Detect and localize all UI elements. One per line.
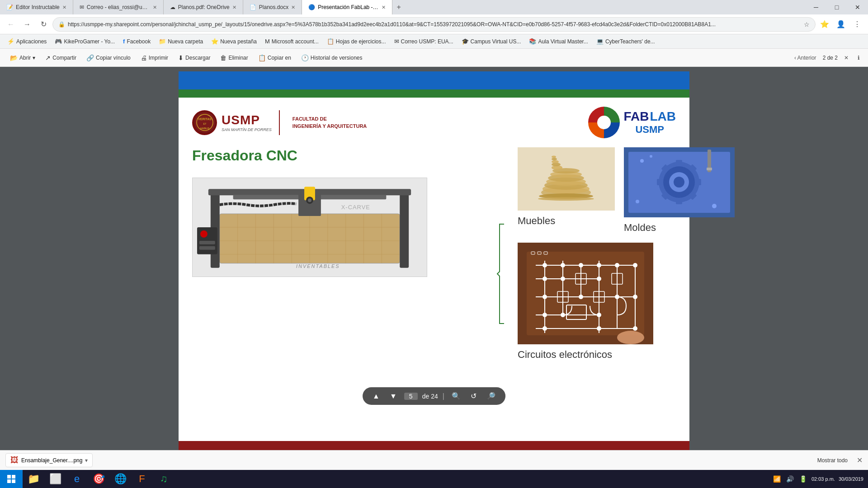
tab-title-5: Presentación FabLab - Actividad:: [318, 4, 379, 10]
svg-point-44: [552, 160, 559, 164]
delete-button[interactable]: 🗑 Eliminar: [216, 52, 252, 63]
print-button[interactable]: 🖨 Imprimir: [136, 52, 173, 63]
svg-rect-53: [676, 160, 682, 166]
tab-editor-instructable[interactable]: 📝 Editor Instructable ✕: [0, 0, 73, 14]
faculty-text-block: FACULTAD DE INGENIERÍA Y ARQUITECTURA: [292, 115, 367, 130]
file-explorer-icon: 📁: [28, 473, 40, 485]
back-button[interactable]: ←: [4, 17, 18, 32]
taskbar-app6[interactable]: F: [131, 470, 153, 488]
bookmark-campus[interactable]: 🎓 Campus Virtual US...: [458, 37, 525, 46]
faculty-line1: FACULTAD DE INGENIERÍA Y ARQUITECTURA: [292, 115, 367, 130]
copy-to-label: Copiar en: [268, 55, 291, 61]
tab-planos-pdf[interactable]: ☁ Planos.pdf: OneDrive ✕: [164, 0, 243, 14]
tab-favicon-1: 📝: [6, 4, 13, 10]
prev-page-button[interactable]: ‹ Anterior: [792, 54, 819, 62]
print-label: Imprimir: [149, 55, 168, 61]
svg-point-88: [542, 277, 547, 281]
bookmark-microsoft[interactable]: M Microsoft account...: [261, 37, 322, 46]
bookmark-nueva-pestana[interactable]: ⭐ Nueva pestaña: [208, 37, 260, 46]
svg-point-98: [542, 326, 547, 331]
bookmark-cyberteachers[interactable]: 💻 CyberTeachers' de...: [593, 37, 659, 46]
user-account-button[interactable]: 👤: [834, 17, 848, 32]
svg-point-29: [200, 230, 208, 238]
bookmark-label: Microsoft account...: [272, 38, 319, 45]
show-all-downloads-button[interactable]: Mostrar todo: [814, 455, 851, 465]
hojas-icon: 📋: [327, 38, 334, 45]
svg-point-46: [552, 156, 556, 158]
svg-point-109: [617, 331, 644, 344]
taskbar-epic-games[interactable]: ⬜: [44, 470, 66, 488]
bookmark-kikeprogamer[interactable]: 🎮 KikeProGamer - Yo...: [51, 37, 118, 46]
close-button[interactable]: ✕: [847, 0, 868, 14]
address-bar[interactable]: 🔒 https://usmppe-my.sharepoint.com/perso…: [52, 17, 816, 32]
forward-button[interactable]: →: [20, 17, 34, 32]
share-icon: ↗: [45, 54, 51, 61]
pdf-next-button[interactable]: ▼: [387, 391, 400, 401]
tab-close-2[interactable]: ✕: [153, 5, 157, 10]
circuitos-section: Circuitos electrónicos: [518, 243, 735, 361]
maximize-button[interactable]: □: [826, 0, 847, 14]
spotify-icon: ♫: [160, 473, 168, 485]
pdf-viewer-area: VERITAS ET HABILIS USMP SAN MARTÍN DE PO…: [0, 67, 868, 450]
pdf-navigation-bar: ▲ ▼ de 24 | 🔍 ↺ 🔎: [363, 387, 505, 405]
download-bar-close-button[interactable]: ✕: [857, 456, 863, 465]
taskbar-app4[interactable]: 🎯: [88, 470, 109, 488]
bookmark-star-icon[interactable]: ☆: [804, 21, 810, 28]
bookmark-nueva-carpeta[interactable]: 📁 Nueva carpeta: [155, 37, 207, 46]
url-text: https://usmppe-my.sharepoint.com/persona…: [68, 21, 801, 28]
bookmark-facebook[interactable]: f Facebook: [119, 37, 154, 46]
pdf-search-button[interactable]: 🔎: [484, 391, 498, 401]
taskbar-ie[interactable]: e: [66, 470, 88, 488]
taskbar-file-explorer[interactable]: 📁: [23, 470, 44, 488]
taskbar-chrome[interactable]: 🌐: [109, 470, 131, 488]
open-button[interactable]: 📂 Abrir ▾: [5, 52, 40, 63]
bookmark-label: KikeProGamer - Yo...: [64, 38, 115, 45]
copy-link-button[interactable]: 🔗 Copiar vínculo: [82, 52, 135, 63]
bookmark-aula-virtual[interactable]: 📚 Aula Virtual Master...: [525, 37, 592, 46]
slide-title: Fresadora CNC: [192, 147, 509, 164]
menu-button[interactable]: ⋮: [850, 17, 864, 32]
print-icon: 🖨: [141, 54, 147, 61]
bookmark-hojas[interactable]: 📋 Hojas de ejercicios...: [323, 37, 390, 46]
close-toolbar-button[interactable]: ✕: [841, 54, 851, 62]
tab-correo[interactable]: ✉ Correo - elias_rossi@usmp.pe ✕: [73, 0, 164, 14]
svg-point-100: [633, 326, 637, 331]
epic-games-icon: ⬜: [49, 473, 61, 485]
campus-icon: 🎓: [462, 38, 469, 45]
reload-button[interactable]: ↻: [36, 17, 51, 32]
cyber-icon: 💻: [596, 38, 604, 45]
pdf-zoom-out-button[interactable]: 🔍: [449, 391, 463, 401]
nueva-carpeta-icon: 📁: [159, 38, 166, 45]
tab-close-1[interactable]: ✕: [62, 5, 66, 10]
pdf-page-input[interactable]: [404, 393, 418, 400]
share-button[interactable]: ↗ Compartir: [41, 52, 81, 63]
download-filename: Ensamblaje_Gener....png: [21, 457, 82, 464]
bookmark-aplicaciones[interactable]: ⚡ Aplicaciones: [4, 37, 50, 46]
taskbar-spotify[interactable]: ♫: [153, 470, 175, 488]
tab-close-4[interactable]: ✕: [291, 5, 295, 10]
bookmark-correo-usmp[interactable]: ✉ Correo USMP: EUA...: [391, 37, 457, 46]
pdf-prev-button[interactable]: ▲: [370, 391, 382, 401]
download-chevron-icon[interactable]: ▾: [85, 457, 88, 464]
tab-planos-docx[interactable]: 📄 Planos.docx ✕: [243, 0, 302, 14]
tab-close-5[interactable]: ✕: [382, 5, 386, 10]
download-button[interactable]: ⬇ Descargar: [174, 52, 215, 63]
new-tab-button[interactable]: +: [392, 0, 405, 14]
svg-point-27: [308, 198, 311, 202]
version-history-button[interactable]: 🕐 Historial de versiones: [297, 52, 367, 63]
info-button[interactable]: ℹ: [855, 54, 863, 62]
tab-presentation[interactable]: 🔵 Presentación FabLab - Actividad: ✕: [302, 0, 392, 14]
svg-point-62: [674, 177, 684, 188]
minimize-button[interactable]: ─: [806, 0, 826, 14]
start-button[interactable]: [0, 470, 23, 488]
svg-point-48: [538, 197, 594, 201]
extensions-button[interactable]: ⭐: [817, 17, 832, 32]
download-file-icon: 🖼: [10, 455, 19, 465]
download-item: 🖼 Ensamblaje_Gener....png ▾: [5, 453, 93, 467]
svg-point-84: [579, 263, 583, 267]
copy-to-button[interactable]: 📋 Copiar en: [254, 52, 296, 63]
tab-close-3[interactable]: ✕: [232, 5, 236, 10]
pdf-zoom-reset-button[interactable]: ↺: [468, 391, 479, 401]
muebles-label: Muebles: [518, 215, 615, 227]
svg-text:VERITAS: VERITAS: [198, 117, 212, 121]
